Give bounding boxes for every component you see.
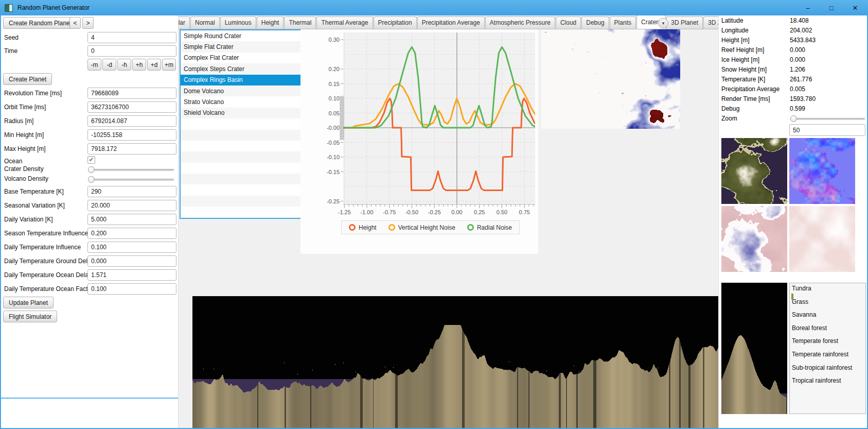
seasonal-variation-k-label: Seasonal Variation [K]	[4, 202, 65, 209]
seed-input[interactable]	[87, 32, 176, 43]
crater-list-empty-row	[181, 130, 320, 141]
volcano-density-slider-track[interactable]	[88, 179, 174, 181]
stat-value-precipitation-average: 0.005	[790, 85, 805, 93]
stat-value-ice-height-m: 0.000	[790, 56, 805, 63]
planet-settings-panel: Create Random Planet < > Create Planet S…	[1, 15, 179, 428]
crater-item-shield-volcano[interactable]: Shield Volcano	[181, 108, 320, 118]
daily-temperature-ocean-factor-input[interactable]	[87, 283, 176, 295]
svg-text:-0.25: -0.25	[327, 198, 340, 204]
daily-variation-k-input[interactable]	[87, 214, 176, 225]
crater-list-empty-row	[181, 207, 320, 217]
minimize-button[interactable]: –	[796, 0, 820, 15]
time-input[interactable]	[87, 45, 176, 57]
app-icon	[5, 4, 13, 12]
crater-list-empty-row	[181, 163, 320, 174]
radius-m-input[interactable]	[87, 115, 176, 127]
daily-temperature-ground-delay-input[interactable]	[87, 255, 176, 267]
season-temperature-influence-label: Season Temperature Influence	[4, 230, 88, 237]
base-temperature-k-label: Base Temperature [K]	[4, 188, 64, 195]
time-step-button-1[interactable]: -d	[102, 59, 116, 71]
crater-item-simple-flat-crater[interactable]: Simple Flat Crater	[181, 41, 320, 52]
volcano-density-slider-thumb[interactable]	[88, 176, 95, 183]
time-step-button-3[interactable]: +h	[132, 59, 146, 71]
tab-3d-planet[interactable]: 3D Planet	[666, 16, 703, 29]
svg-text:0.00: 0.00	[451, 209, 462, 215]
base-temperature-k-input[interactable]	[87, 186, 176, 197]
height-map-thumbnail	[721, 138, 787, 204]
normal-map-thumbnail	[789, 138, 855, 204]
create-random-planet-button[interactable]: Create Random Planet	[3, 17, 77, 29]
crater-item-complex-steps-crater[interactable]: Complex Steps Crater	[181, 63, 320, 74]
zoom-value-input[interactable]	[789, 124, 865, 136]
daily-temperature-ocean-delay-input[interactable]	[87, 269, 176, 281]
seed-label: Seed	[4, 34, 19, 41]
biome-item-savanna[interactable]: Savanna	[792, 311, 816, 318]
daily-temperature-influence-input[interactable]	[87, 242, 176, 253]
previous-planet-button[interactable]: <	[69, 17, 81, 29]
close-button[interactable]: ✕	[843, 0, 867, 15]
seasonal-variation-k-input[interactable]	[87, 200, 176, 211]
crater-item-strato-volcano[interactable]: Strato Volcano	[181, 96, 320, 107]
stat-label-ice-height-m: Ice Height [m]	[721, 56, 759, 63]
tab-cloud[interactable]: Cloud	[556, 16, 581, 29]
time-step-button-5[interactable]: +m	[162, 59, 176, 71]
crater-density-slider-thumb[interactable]	[88, 166, 95, 173]
time-step-button-4[interactable]: +d	[147, 59, 161, 71]
max-height-m-label: Max Height [m]	[4, 145, 46, 152]
next-planet-button[interactable]: >	[82, 17, 94, 29]
ocean-checkbox[interactable]: ✔	[87, 156, 95, 164]
tab-luminous[interactable]: Luminous	[220, 16, 256, 29]
biome-item-temperate-forest[interactable]: Temperate forest	[792, 337, 838, 345]
biome-item-temperate-rainforest[interactable]: Temperate rainforest	[792, 351, 848, 358]
window-controls: – □ ✕	[796, 0, 867, 15]
crater-item-simple-round-crater[interactable]: Simple Round Crater	[181, 30, 320, 41]
time-label: Time	[4, 47, 17, 55]
min-height-m-input[interactable]	[87, 129, 176, 141]
info-panel: Latitude18.408Longitude204.002Height [m]…	[718, 15, 867, 428]
tab-overflow-button[interactable]: ▾	[658, 18, 668, 28]
biome-item-tropical-rainforest[interactable]: Tropical rainforest	[792, 377, 841, 384]
tab-ular[interactable]: ular	[179, 16, 190, 29]
update-planet-button[interactable]: Update Planet	[3, 297, 54, 308]
zoom-slider-thumb[interactable]	[790, 115, 797, 122]
tab-debug[interactable]: Debug	[581, 16, 609, 29]
terrain-profile-view[interactable]	[192, 296, 718, 428]
zoom-slider-track[interactable]	[790, 118, 865, 120]
legend-label: Radial Noise	[477, 224, 512, 231]
maximize-button[interactable]: □	[820, 0, 843, 15]
time-step-button-0[interactable]: -m	[87, 59, 101, 71]
tab-height[interactable]: Height	[257, 16, 284, 29]
daily-temperature-ocean-factor-label: Daily Temperature Ocean Factor	[4, 285, 93, 293]
chart-legend: HeightVertical Height NoiseRadial Noise	[341, 220, 520, 234]
time-step-button-2[interactable]: -h	[117, 59, 131, 71]
create-planet-button[interactable]: Create Planet	[3, 73, 52, 85]
tab-normal[interactable]: Normal	[190, 16, 220, 29]
window-border-left	[0, 15, 1, 429]
biome-item-sub-tropical-rainforest[interactable]: Sub-tropical rainforest	[792, 364, 852, 371]
season-temperature-influence-input[interactable]	[87, 228, 176, 239]
crater-density-slider-track[interactable]	[88, 169, 174, 171]
crater-map-image[interactable]	[541, 29, 680, 129]
biome-item-boreal-forest[interactable]: Boreal forest	[792, 324, 827, 332]
stat-value-temperature-k: 261.776	[790, 76, 812, 83]
crater-item-complex-flat-crater[interactable]: Complex Flat Crater	[181, 53, 320, 63]
tab-atmospheric-pressure[interactable]: Atmospheric Pressure	[485, 16, 555, 29]
stat-label-render-time-ms: Render Time [ms]	[721, 95, 770, 102]
flight-simulator-button[interactable]: Flight Simulator	[3, 311, 57, 322]
crater-item-dome-volcano[interactable]: Dome Volcano	[181, 85, 320, 96]
stat-value-latitude: 18.408	[790, 17, 809, 24]
biome-item-grass[interactable]: Grass	[792, 298, 808, 305]
biome-item-tundra[interactable]: Tundra	[792, 285, 811, 292]
tab-precipitation[interactable]: Precipitation	[374, 16, 417, 29]
orbit-time-ms-input[interactable]	[87, 101, 176, 113]
tab-thermal[interactable]: Thermal	[284, 16, 316, 29]
svg-text:-1.00: -1.00	[360, 209, 373, 215]
tab-plants[interactable]: Plants	[610, 16, 636, 29]
stat-label-temperature-k: Temperature [K]	[721, 76, 765, 83]
tab-thermal-average[interactable]: Thermal Average	[316, 16, 373, 29]
max-height-m-input[interactable]	[87, 143, 176, 155]
tab-precipitation-average[interactable]: Precipitation Average	[417, 16, 485, 29]
crater-item-complex-rings-basin[interactable]: Complex Rings Basin	[181, 75, 320, 85]
tab-3d-zoom[interactable]: 3D Zoom	[703, 16, 718, 29]
revolution-time-ms-input[interactable]	[87, 88, 176, 99]
